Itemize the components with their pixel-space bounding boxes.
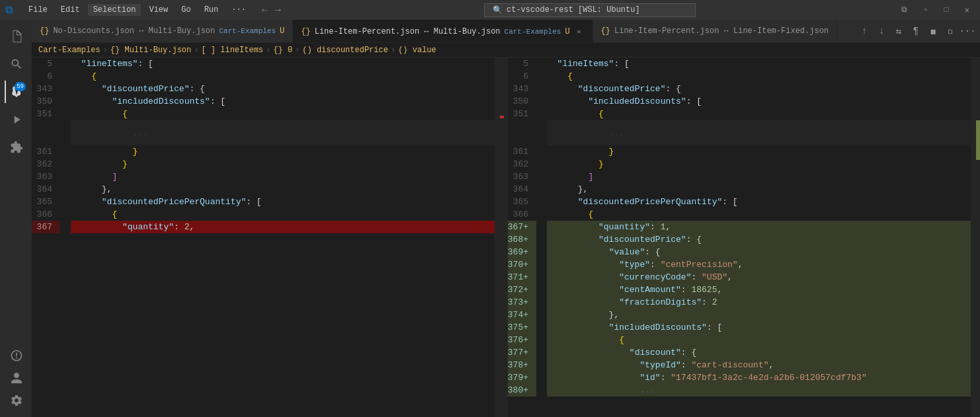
rnum-372: 372+ [508, 284, 536, 296]
lnum-343: 343 [32, 83, 60, 95]
rnum-377: 377+ [508, 346, 536, 359]
breadcrumb-file[interactable]: {} Multi-Buy.json [110, 46, 191, 55]
layout-button[interactable]: ⧉ [896, 4, 913, 17]
remote-icon[interactable] [5, 344, 27, 367]
tab3-icon: {} [601, 26, 610, 36]
line-r377: "discount": { [547, 346, 971, 359]
left-editor-pane: 5 6 343 350 351 361 362 363 364 365 366 [32, 57, 504, 417]
rnum-6: 6 [508, 70, 536, 83]
tab1-label: No-Discounts.json ↔ Multi-Buy.json [53, 26, 215, 36]
lnum-367: 367 [32, 221, 60, 233]
activity-bar: 59 [0, 20, 32, 417]
app-logo: ⧉ [5, 4, 13, 17]
right-code-lines: "lineItems": [ { "discountedPrice": { "i… [544, 57, 971, 417]
maximize-button[interactable]: ▫ [918, 4, 933, 17]
breadcrumb-value[interactable]: () value [398, 46, 436, 55]
rnum-368: 368+ [508, 233, 536, 246]
lnum-6: 6 [32, 70, 60, 83]
search-bar[interactable]: 🔍 ct-vscode-rest [WSL: Ubuntu] [484, 3, 696, 17]
tabs-bar: {} No-Discounts.json ↔ Multi-Buy.json Ca… [32, 20, 980, 43]
accounts-icon[interactable] [5, 367, 27, 389]
tab-line-item-percent-multi[interactable]: {} Line-Item-Percent.json ↔ Multi-Buy.js… [293, 20, 592, 43]
restore-button[interactable]: □ [939, 4, 954, 17]
rnum-367: 367+ [508, 221, 536, 233]
left-code-lines: "lineItems": [ { "discountedPrice": { "i… [68, 57, 495, 417]
menu-edit[interactable]: Edit [56, 4, 85, 16]
right-minimap [971, 57, 980, 417]
line-r363: ] [547, 171, 971, 183]
menu-run[interactable]: Run [199, 4, 224, 16]
line-r368: "discountedPrice": { [547, 233, 971, 246]
rnum-343: 343 [508, 83, 536, 95]
rnum-351: 351 [508, 108, 536, 120]
left-editor-scroll[interactable]: 5 6 343 350 351 361 362 363 364 365 366 [32, 57, 504, 417]
line-l366: { [71, 208, 495, 221]
layout2-button[interactable]: ◽ [943, 24, 958, 38]
line-r375: "includedDiscounts": [ [547, 321, 971, 334]
breadcrumb: Cart-Examples › {} Multi-Buy.json › [ ] … [32, 43, 980, 57]
breadcrumb-lineitems[interactable]: [ ] lineItems [201, 46, 263, 55]
bottom-icons [5, 344, 27, 412]
source-control-icon[interactable]: 59 [5, 81, 27, 103]
tab2-close-button[interactable]: ✕ [574, 26, 585, 37]
right-line-numbers: 5 6 343 350 351 361 362 363 364 365 366 [508, 57, 544, 417]
tab-no-discounts[interactable]: {} No-Discounts.json ↔ Multi-Buy.json Ca… [32, 20, 293, 43]
app-body: 59 {} No-Discounts.json ↔ Multi [0, 20, 980, 417]
layout1-button[interactable]: ◼ [926, 24, 940, 38]
search-icon: 🔍 [493, 5, 503, 15]
left-line-numbers: 5 6 343 350 351 361 362 363 364 365 366 [32, 57, 68, 417]
rnum-362: 362 [508, 158, 536, 171]
more-actions-button[interactable]: ¶ [909, 24, 923, 38]
search-icon[interactable] [5, 53, 27, 75]
rnum-369: 369+ [508, 246, 536, 258]
nav-back-button[interactable]: ← [259, 3, 270, 17]
line-r350: "includedDiscounts": [ [547, 95, 971, 108]
run-icon[interactable] [5, 108, 27, 131]
lnum-350: 350 [32, 95, 60, 108]
tab1-dirty: U [280, 26, 284, 36]
tab3-label: Line-Item-Percent.json ↔ Line-Item-Fixed… [614, 26, 829, 36]
search-text: ct-vscode-rest [WSL: Ubuntu] [507, 5, 640, 15]
lnum-351: 351 [32, 108, 60, 120]
line-r376: { [547, 334, 971, 346]
menu-go[interactable]: Go [176, 4, 196, 16]
extensions-icon[interactable] [5, 136, 27, 159]
close-button[interactable]: ✕ [960, 4, 975, 17]
breadcrumb-discountedprice[interactable]: () discountedPrice [302, 46, 388, 55]
nav-forward-button[interactable]: → [272, 3, 283, 17]
menu-more[interactable]: ··· [226, 4, 251, 16]
lnum-364: 364 [32, 183, 60, 196]
nav-arrows: ← → [259, 3, 284, 17]
split-editor-button[interactable]: ↑ [857, 24, 872, 38]
scroll-up-button[interactable]: ↓ [874, 24, 889, 38]
line-r365: "discountedPricePerQuantity": [ [547, 196, 971, 208]
right-editor-scroll[interactable]: 5 6 343 350 351 361 362 363 364 365 366 [508, 57, 980, 417]
overflow-button[interactable]: ··· [960, 24, 975, 38]
rnum-376: 376+ [508, 334, 536, 346]
line-l367: "quantity": 2, [71, 221, 495, 233]
rnum-379: 379+ [508, 371, 536, 384]
breadcrumb-0[interactable]: {} 0 [273, 46, 292, 55]
tab1-path: Cart-Examples [219, 27, 276, 35]
breadcrumb-cart-examples[interactable]: Cart-Examples [38, 46, 101, 55]
explorer-icon[interactable] [5, 25, 27, 48]
right-code-container: 5 6 343 350 351 361 362 363 364 365 366 [508, 57, 980, 417]
swap-button[interactable]: ⇆ [891, 24, 906, 38]
menu-selection[interactable]: Selection [88, 4, 142, 16]
rnum-373: 373+ [508, 296, 536, 309]
line-r378: "typeId": "cart-discount", [547, 359, 971, 371]
tab-line-item-percent-fixed[interactable]: {} Line-Item-Percent.json ↔ Line-Item-Fi… [593, 20, 837, 43]
line-r372: "centAmount": 18625, [547, 284, 971, 296]
rnum-371: 371+ [508, 271, 536, 284]
menu-view[interactable]: View [143, 4, 173, 16]
rnum-5: 5 [508, 57, 536, 70]
menu-file[interactable]: File [23, 4, 53, 16]
rnum-375: 375+ [508, 321, 536, 334]
tab2-dirty: U [565, 27, 569, 36]
settings-icon[interactable] [5, 389, 27, 412]
line-r6: { [547, 70, 971, 83]
line-lblurred: ... [71, 120, 495, 145]
rnum-380: 380+ [508, 384, 536, 397]
line-l350: "includedDiscounts": [ [71, 95, 495, 108]
rnum-364: 364 [508, 183, 536, 196]
